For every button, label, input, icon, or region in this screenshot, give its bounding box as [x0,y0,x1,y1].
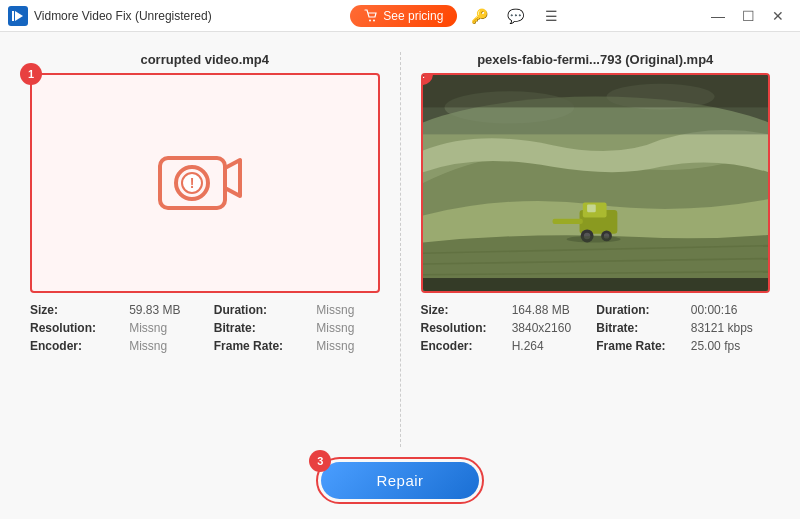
right-encoder-value: H.264 [512,339,589,353]
svg-rect-2 [12,11,14,21]
repair-button[interactable]: Repair [321,462,478,499]
svg-point-4 [373,19,375,21]
right-info-grid: Size: 164.88 MB Duration: 00:00:16 Resol… [421,303,771,353]
left-framerate-label: Frame Rate: [214,339,309,353]
left-panel-title: corrupted video.mp4 [30,52,380,67]
left-duration-value: Missng [316,303,379,317]
left-size-value: 59.83 MB [129,303,206,317]
app-logo-icon [8,6,28,26]
pricing-label: See pricing [383,9,443,23]
titlebar: Vidmore Video Fix (Unregistered) See pri… [0,0,800,32]
svg-rect-22 [552,219,582,224]
close-button[interactable]: ✕ [764,4,792,28]
minimize-button[interactable]: — [704,4,732,28]
maximize-button[interactable]: ☐ [734,4,762,28]
svg-rect-17 [587,205,596,213]
see-pricing-button[interactable]: See pricing [350,5,457,27]
left-video-box[interactable]: 1 ! [30,73,380,293]
titlebar-center: See pricing 🔑 💬 ☰ [350,4,565,28]
right-resolution-value: 3840x2160 [512,321,589,335]
key-icon-button[interactable]: 🔑 [465,4,493,28]
cart-icon [364,9,378,23]
svg-point-3 [369,19,371,21]
left-framerate-value: Missng [316,339,379,353]
left-panel: corrupted video.mp4 1 ! [30,52,400,447]
svg-rect-28 [423,278,769,291]
window-controls: — ☐ ✕ [704,4,792,28]
app-title: Vidmore Video Fix (Unregistered) [34,9,212,23]
svg-text:!: ! [189,175,194,191]
svg-point-23 [566,236,620,242]
right-duration-value: 00:00:16 [691,303,770,317]
left-size-label: Size: [30,303,121,317]
panels-row: corrupted video.mp4 1 ! [30,52,770,447]
right-panel: pexels-fabio-fermi...793 (Original).mp4 … [400,52,771,447]
right-bitrate-value: 83121 kbps [691,321,770,335]
main-content: corrupted video.mp4 1 ! [0,32,800,519]
left-encoder-label: Encoder: [30,339,121,353]
left-resolution-value: Missng [129,321,206,335]
right-duration-label: Duration: [596,303,683,317]
left-bitrate-label: Bitrate: [214,321,309,335]
left-info-grid: Size: 59.83 MB Duration: Missng Resoluti… [30,303,380,353]
right-size-label: Size: [421,303,504,317]
right-video-box[interactable]: 2 [421,73,771,293]
svg-marker-7 [225,160,240,196]
right-framerate-label: Frame Rate: [596,339,683,353]
right-bitrate-label: Bitrate: [596,321,683,335]
menu-icon-button[interactable]: ☰ [537,4,565,28]
right-encoder-label: Encoder: [421,339,504,353]
left-encoder-value: Missng [129,339,206,353]
left-badge: 1 [20,63,42,85]
left-resolution-label: Resolution: [30,321,121,335]
svg-rect-27 [423,75,769,107]
right-framerate-value: 25.00 fps [691,339,770,353]
right-resolution-label: Resolution: [421,321,504,335]
chat-icon-button[interactable]: 💬 [501,4,529,28]
broken-video-icon: ! [150,138,260,228]
video-thumbnail [423,75,769,291]
right-size-value: 164.88 MB [512,303,589,317]
left-bitrate-value: Missng [316,321,379,335]
repair-button-wrap: 3 Repair [321,462,478,499]
titlebar-left: Vidmore Video Fix (Unregistered) [8,6,212,26]
left-duration-label: Duration: [214,303,309,317]
bottom-area: 3 Repair [30,447,770,504]
right-panel-title: pexels-fabio-fermi...793 (Original).mp4 [421,52,771,67]
